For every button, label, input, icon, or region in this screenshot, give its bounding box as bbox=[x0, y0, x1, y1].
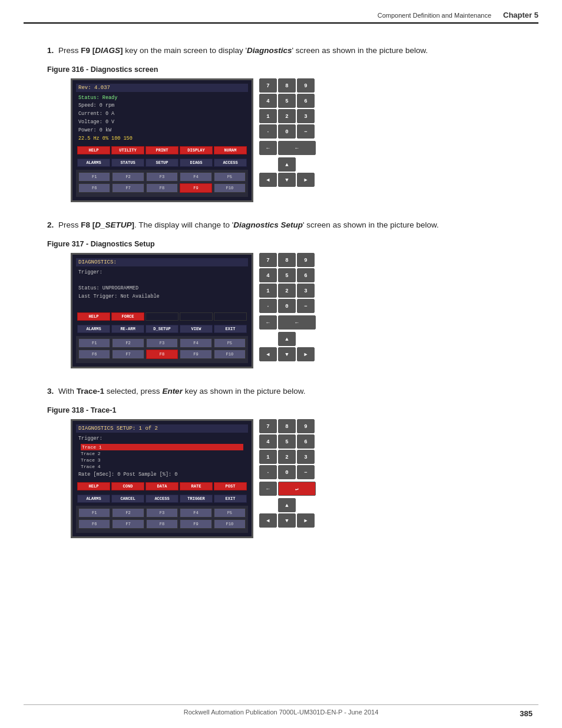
fig316-btn-setup[interactable]: SETUP bbox=[146, 159, 178, 167]
key-left-arrow[interactable]: ← bbox=[259, 141, 277, 155]
fig317-f6[interactable]: F6 bbox=[78, 350, 110, 359]
key318-7[interactable]: 7 bbox=[259, 419, 277, 433]
fig317-btn-force[interactable]: FORCE bbox=[111, 312, 144, 321]
key318-0[interactable]: 0 bbox=[278, 465, 296, 479]
key317-left[interactable]: ← bbox=[259, 315, 277, 330]
fig316-btn-access[interactable]: ACCESS bbox=[214, 159, 247, 167]
fig318-f7[interactable]: F7 bbox=[112, 519, 144, 529]
key-down[interactable]: ▼ bbox=[278, 173, 296, 187]
fig318-f10[interactable]: F10 bbox=[214, 519, 246, 529]
fig318-btn-access[interactable]: ACCESS bbox=[146, 495, 178, 503]
fig318-f2[interactable]: F2 bbox=[112, 508, 144, 518]
fig317-f5[interactable]: F5 bbox=[214, 338, 246, 348]
fig317-f8-highlighted[interactable]: F8 bbox=[146, 350, 178, 359]
fig316-f8[interactable]: F8 bbox=[146, 183, 178, 193]
fig316-btn-nuram[interactable]: NURAM bbox=[214, 146, 247, 154]
key-minus[interactable]: − bbox=[297, 124, 315, 139]
key-4[interactable]: 4 bbox=[259, 94, 277, 108]
fig318-f1[interactable]: F1 bbox=[78, 508, 110, 518]
fig316-btn-diags[interactable]: DIAGS bbox=[180, 159, 213, 167]
key318-dot[interactable]: · bbox=[259, 465, 277, 479]
key317-0[interactable]: 0 bbox=[278, 299, 296, 313]
fig316-f2[interactable]: F2 bbox=[112, 172, 144, 182]
fig316-f4[interactable]: F4 bbox=[180, 172, 211, 182]
key317-3[interactable]: 3 bbox=[297, 284, 315, 298]
fig318-f5[interactable]: F5 bbox=[214, 508, 246, 518]
fig316-f3[interactable]: F3 bbox=[146, 172, 178, 182]
key318-up[interactable]: ▲ bbox=[278, 498, 296, 512]
fig316-f10[interactable]: F10 bbox=[214, 183, 246, 193]
fig316-btn-print[interactable]: PRINT bbox=[146, 146, 178, 154]
fig317-f3[interactable]: F3 bbox=[146, 338, 178, 348]
key-dot[interactable]: · bbox=[259, 124, 277, 139]
key318-8[interactable]: 8 bbox=[278, 419, 296, 433]
fig318-f4[interactable]: F4 bbox=[180, 508, 211, 518]
fig316-f6[interactable]: F6 bbox=[78, 183, 110, 193]
fig317-f4[interactable]: F4 bbox=[180, 338, 211, 348]
key318-5[interactable]: 5 bbox=[278, 434, 296, 449]
key-9[interactable]: 9 bbox=[297, 78, 315, 93]
fig316-btn-utility[interactable]: UTILITY bbox=[111, 146, 144, 154]
key318-nav-right[interactable]: ► bbox=[297, 513, 315, 528]
fig317-btn-alarms[interactable]: ALARMS bbox=[77, 325, 110, 333]
key317-nav-right[interactable]: ► bbox=[297, 347, 315, 361]
fig316-btn-status[interactable]: STATUS bbox=[111, 159, 144, 167]
key-8[interactable]: 8 bbox=[278, 78, 296, 93]
fig318-btn-data[interactable]: DATA bbox=[146, 482, 178, 490]
key318-4[interactable]: 4 bbox=[259, 434, 277, 449]
key318-3[interactable]: 3 bbox=[297, 450, 315, 464]
fig316-f5[interactable]: F5 bbox=[214, 172, 246, 182]
key318-minus[interactable]: − bbox=[297, 465, 315, 479]
fig316-f1[interactable]: F1 bbox=[78, 172, 110, 182]
key-2[interactable]: 2 bbox=[278, 109, 296, 123]
key-3[interactable]: 3 bbox=[297, 109, 315, 123]
key317-9[interactable]: 9 bbox=[297, 253, 315, 267]
fig318-btn-post[interactable]: POST bbox=[214, 482, 247, 490]
key317-dot[interactable]: · bbox=[259, 299, 277, 313]
fig318-btn-alarms[interactable]: ALARMS bbox=[77, 495, 110, 503]
key317-8[interactable]: 8 bbox=[278, 253, 296, 267]
key318-1[interactable]: 1 bbox=[259, 450, 277, 464]
key317-7[interactable]: 7 bbox=[259, 253, 277, 267]
key-7[interactable]: 7 bbox=[259, 78, 277, 93]
key-nav-left[interactable]: ◄ bbox=[259, 173, 277, 187]
key317-2[interactable]: 2 bbox=[278, 284, 296, 298]
fig317-btn-dsetup[interactable]: D_SETUP bbox=[146, 325, 178, 333]
key317-double-left[interactable]: ← bbox=[278, 315, 316, 330]
key318-nav-left[interactable]: ◄ bbox=[259, 513, 277, 528]
key317-4[interactable]: 4 bbox=[259, 268, 277, 282]
fig316-btn-alarms[interactable]: ALARMS bbox=[77, 159, 110, 167]
key-double-left-arrow[interactable]: ← bbox=[278, 141, 316, 155]
key-up[interactable]: ▲ bbox=[278, 157, 296, 172]
key318-6[interactable]: 6 bbox=[297, 434, 315, 449]
fig318-f9[interactable]: F9 bbox=[180, 519, 211, 529]
key-1[interactable]: 1 bbox=[259, 109, 277, 123]
fig318-btn-trigger[interactable]: TRIGGER bbox=[180, 495, 213, 503]
fig318-f3[interactable]: F3 bbox=[146, 508, 178, 518]
fig318-f8[interactable]: F8 bbox=[146, 519, 178, 529]
fig318-btn-help[interactable]: HELP bbox=[77, 482, 110, 490]
fig317-btn-rearm[interactable]: RE-ARM bbox=[111, 325, 144, 333]
key317-1[interactable]: 1 bbox=[259, 284, 277, 298]
key317-up[interactable]: ▲ bbox=[278, 332, 296, 346]
key318-down[interactable]: ▼ bbox=[278, 513, 296, 528]
fig317-btn-exit[interactable]: EXIT bbox=[214, 325, 247, 333]
fig318-btn-rate[interactable]: RATE bbox=[180, 482, 213, 490]
key318-9[interactable]: 9 bbox=[297, 419, 315, 433]
fig317-f1[interactable]: F1 bbox=[78, 338, 110, 348]
fig317-f7[interactable]: F7 bbox=[112, 350, 144, 359]
key317-6[interactable]: 6 bbox=[297, 268, 315, 282]
key317-down[interactable]: ▼ bbox=[278, 347, 296, 361]
key317-5[interactable]: 5 bbox=[278, 268, 296, 282]
fig317-f10[interactable]: F10 bbox=[214, 350, 246, 359]
key-6[interactable]: 6 bbox=[297, 94, 315, 108]
fig318-btn-cond[interactable]: COND bbox=[111, 482, 144, 490]
fig318-f6[interactable]: F6 bbox=[78, 519, 110, 529]
fig317-f2[interactable]: F2 bbox=[112, 338, 144, 348]
fig318-btn-cancel[interactable]: CANCEL bbox=[111, 495, 144, 503]
fig318-btn-exit[interactable]: EXIT bbox=[214, 495, 247, 503]
key-0[interactable]: 0 bbox=[278, 124, 296, 139]
fig316-btn-display[interactable]: DISPLAY bbox=[180, 146, 213, 154]
key318-left[interactable]: ← bbox=[259, 482, 277, 496]
fig317-btn-view[interactable]: VIEW bbox=[180, 325, 213, 333]
